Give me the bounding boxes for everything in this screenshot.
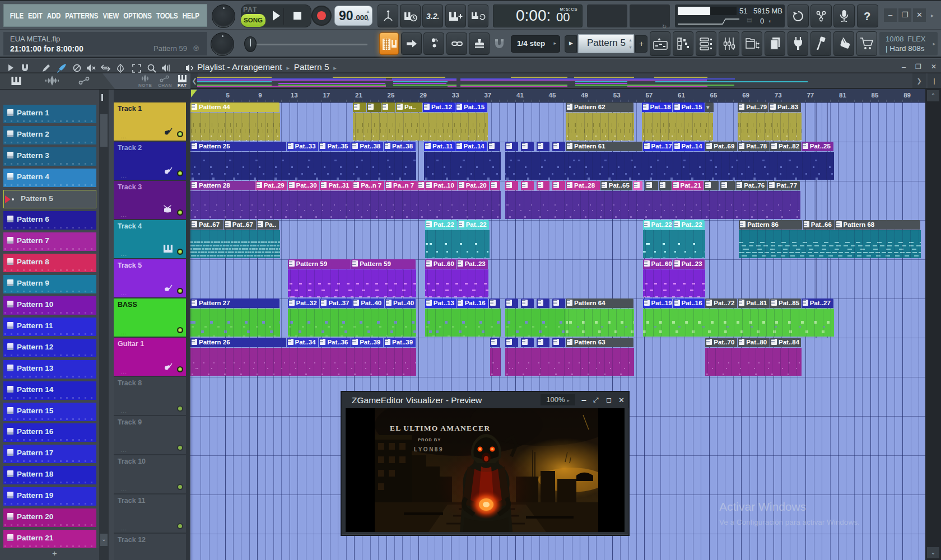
svg-text:PROD BY: PROD BY: [418, 437, 441, 442]
svg-text:?: ?: [864, 10, 870, 22]
svg-text:EL ULTIMO AMANECER: EL ULTIMO AMANECER: [390, 424, 490, 432]
svg-text:LYON89: LYON89: [414, 446, 444, 452]
svg-text:3.2.: 3.2.: [426, 12, 439, 21]
